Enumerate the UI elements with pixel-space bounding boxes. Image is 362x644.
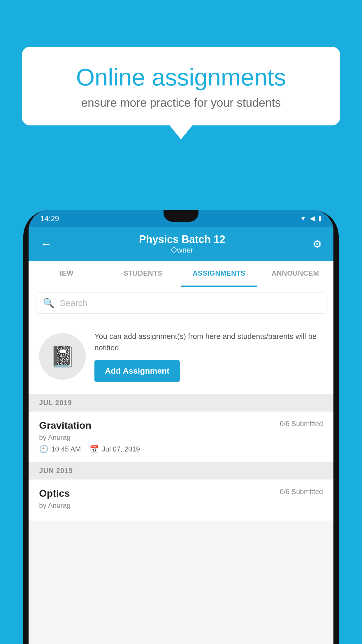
assignment-top-optics: Optics 0/6 Submitted [39,488,323,499]
add-assignment-button[interactable]: Add Assignment [94,360,180,382]
speech-bubble: Online assignments ensure more practice … [22,47,340,125]
assignment-date-value: Jul 07, 2019 [102,445,140,453]
header-title: Physics Batch 12 [139,233,225,246]
tab-students[interactable]: STUDENTS [105,261,181,287]
assignment-by-optics: by Anurag [39,501,323,510]
assignment-date-gravitation: 📅 Jul 07, 2019 [89,444,140,454]
promo-text: You can add assignment(s) from here and … [94,331,323,354]
promo-right: You can add assignment(s) from here and … [94,331,323,382]
tab-announcements[interactable]: ANNOUNCEM [257,261,334,287]
search-bar: 🔍 Search [29,287,333,319]
status-icons: ▼ ◀ ▮ [300,215,322,222]
calendar-icon: 📅 [89,444,99,454]
tab-overview[interactable]: IEW [29,261,105,287]
assignment-time-value: 10:45 AM [51,445,81,453]
assignment-time-gravitation: 🕙 10:45 AM [39,444,81,454]
tab-assignments[interactable]: ASSIGNMENTS [181,261,257,287]
month-separator-jul: JUL 2019 [29,394,333,412]
month-separator-jun: JUN 2019 [29,462,333,480]
speech-bubble-container: Online assignments ensure more practice … [22,47,340,125]
battery-icon: ▮ [318,215,322,222]
clock-icon: 🕙 [39,444,48,454]
header-subtitle: Owner [139,246,225,255]
wifi-icon: ▼ [300,215,306,222]
phone-notch [164,210,198,222]
assignment-title-gravitation: Gravitation [39,420,91,431]
promo-icon-circle: 📓 [39,333,86,380]
bubble-title: Online assignments [42,64,320,90]
tab-bar: IEW STUDENTS ASSIGNMENTS ANNOUNCEM [29,261,333,287]
assignment-item-gravitation[interactable]: Gravitation 0/6 Submitted by Anurag 🕙 10… [29,412,333,462]
settings-icon[interactable]: ⚙ [312,238,322,250]
phone-mockup: 14:29 ▼ ◀ ▮ ← Physics Batch 12 Owner ⚙ I… [23,210,339,644]
assignment-by-gravitation: by Anurag [39,433,323,442]
add-assignment-promo: 📓 You can add assignment(s) from here an… [29,319,333,394]
assignment-submitted-optics: 0/6 Submitted [280,488,323,496]
assignment-icon: 📓 [50,344,75,368]
header-center: Physics Batch 12 Owner [139,233,225,255]
search-input-container[interactable]: 🔍 Search [36,293,326,314]
phone-screen: 14:29 ▼ ◀ ▮ ← Physics Batch 12 Owner ⚙ I… [29,210,333,644]
status-time: 14:29 [40,214,59,223]
back-button[interactable]: ← [40,237,52,251]
assignment-submitted-gravitation: 0/6 Submitted [280,420,323,428]
bubble-subtitle: ensure more practice for your students [42,96,320,109]
assignment-title-optics: Optics [39,488,70,499]
search-icon: 🔍 [43,298,55,309]
assignment-item-optics[interactable]: Optics 0/6 Submitted by Anurag [29,480,333,521]
app-header: ← Physics Batch 12 Owner ⚙ [29,227,333,261]
assignment-top: Gravitation 0/6 Submitted [39,420,323,431]
status-bar: 14:29 ▼ ◀ ▮ [29,210,333,227]
assignment-meta-gravitation: 🕙 10:45 AM 📅 Jul 07, 2019 [39,444,323,454]
search-placeholder: Search [60,298,87,308]
signal-icon: ◀ [310,215,315,222]
